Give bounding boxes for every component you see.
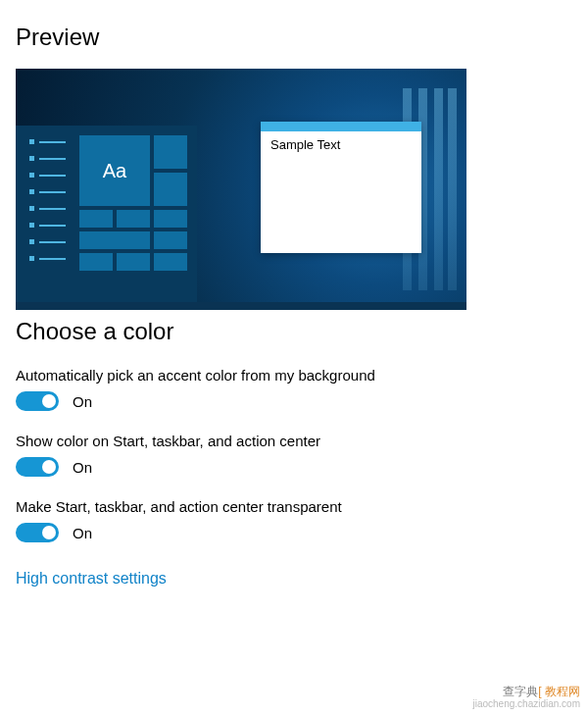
sample-window-titlebar (261, 122, 421, 131)
tile (154, 253, 187, 271)
toggle-state: On (73, 393, 92, 410)
watermark: 查字典[ 教程网 jiaocheng.chazidian.com (472, 685, 580, 710)
tile (154, 135, 187, 169)
high-contrast-link[interactable]: High contrast settings (16, 570, 167, 588)
setting-start-color: Show color on Start, taskbar, and action… (16, 433, 572, 477)
sample-window: Sample Text (261, 122, 421, 253)
watermark-text-2: jiaocheng.chazidian.com (472, 698, 580, 710)
choose-color-heading: Choose a color (16, 318, 572, 345)
start-menu-list (16, 126, 75, 302)
sample-window-text: Sample Text (261, 131, 421, 158)
toggle-start-color[interactable] (16, 457, 59, 477)
start-menu-tiles: Aa (75, 126, 197, 302)
tile (154, 173, 187, 206)
setting-label: Automatically pick an accent color from … (16, 367, 572, 384)
tile (79, 210, 113, 228)
preview-heading: Preview (16, 24, 572, 51)
taskbar-mock (16, 302, 466, 310)
tile (79, 253, 113, 271)
tile (117, 253, 150, 271)
tile (79, 231, 150, 249)
setting-label: Show color on Start, taskbar, and action… (16, 433, 572, 449)
tile (117, 210, 150, 228)
watermark-text-1b: [ 教程网 (538, 685, 580, 698)
start-menu-mock: Aa (16, 126, 197, 302)
tile (154, 231, 187, 249)
preview-pane: Aa Sample Text (16, 69, 466, 310)
setting-transparent: Make Start, taskbar, and action center t… (16, 498, 572, 542)
tile (154, 210, 187, 228)
toggle-state: On (73, 459, 92, 476)
setting-auto-accent: Automatically pick an accent color from … (16, 367, 572, 411)
accent-tile: Aa (79, 135, 150, 206)
watermark-text-1a: 查字典 (503, 685, 538, 698)
toggle-state: On (73, 525, 92, 541)
toggle-auto-accent[interactable] (16, 391, 59, 411)
setting-label: Make Start, taskbar, and action center t… (16, 498, 572, 515)
toggle-transparent[interactable] (16, 523, 59, 542)
